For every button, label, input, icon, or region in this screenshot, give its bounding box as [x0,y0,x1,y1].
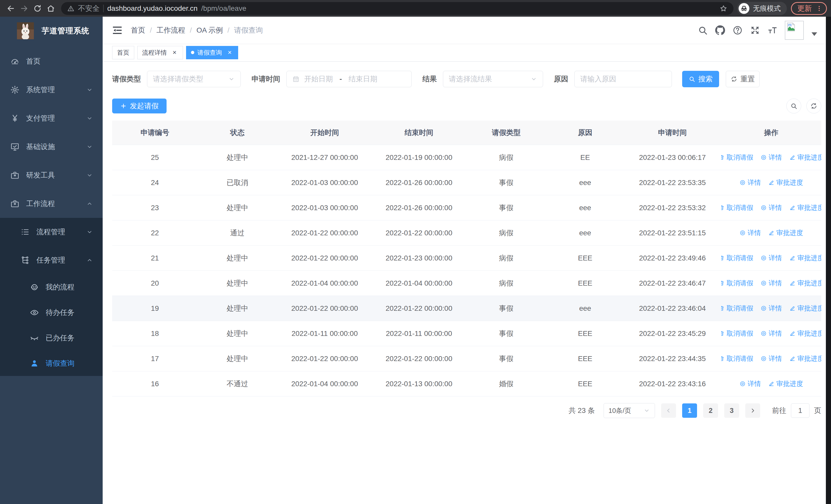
refresh-table-button[interactable] [806,98,821,113]
font-size-icon[interactable] [767,25,778,35]
cell-start-time: 2022-01-22 00:00:00 [277,355,372,363]
action-progress-link[interactable]: 审批进度 [768,379,803,388]
sidebar-item-payment[interactable]: 支付管理 [0,104,103,132]
action-label: 审批进度 [797,279,821,288]
action-cancel-link[interactable]: 取消请假 [721,304,753,313]
sidebar-item-workflow[interactable]: 工作流程 [0,189,103,218]
action-detail-link[interactable]: 详情 [761,153,782,162]
action-cancel-link[interactable]: 取消请假 [721,254,753,263]
prev-page-button[interactable] [661,404,676,418]
url-path: /bpm/oa/leave [201,4,247,12]
action-label: 详情 [748,379,761,388]
next-page-button[interactable] [745,404,760,418]
action-cancel-link[interactable]: 取消请假 [721,354,753,363]
action-progress-link[interactable]: 审批进度 [768,228,803,237]
sidebar-fold-icon[interactable] [112,25,123,36]
tab-close-icon[interactable]: × [226,49,233,56]
page-button-1[interactable]: 1 [682,404,697,418]
action-progress-link[interactable]: 审批进度 [789,279,821,288]
create-leave-button[interactable]: 发起请假 [112,98,167,113]
breadcrumb-item[interactable]: 首页 [131,25,145,35]
action-progress-link[interactable]: 审批进度 [789,203,821,212]
breadcrumb-item[interactable]: 工作流程 [156,25,185,35]
reason-input[interactable]: 请输入原因 [574,71,672,87]
cell-actions: 详情审批进度 [721,379,821,388]
sidebar-item-my-process[interactable]: 我的流程 [0,274,103,300]
cell-status: 处理中 [198,329,277,338]
apply-time-range-picker[interactable]: 开始日期 - 结束日期 [286,71,412,87]
header-search-icon[interactable] [697,25,708,35]
action-cancel-link[interactable]: 取消请假 [721,279,753,288]
sidebar-item-task-mgmt[interactable]: 任务管理 [0,246,103,274]
page-button-3[interactable]: 3 [724,404,739,418]
action-cancel-link[interactable]: 取消请假 [721,153,753,162]
tab-close-icon[interactable]: × [171,49,178,56]
sidebar-item-leave-query[interactable]: 请假查询 [0,351,103,376]
browser-update-button[interactable]: 更新 [791,2,827,15]
help-question-icon[interactable] [733,25,743,35]
sidebar-item-todo-task[interactable]: 待办任务 [0,300,103,325]
sidebar-item-system[interactable]: 系统管理 [0,76,103,104]
browser-forward-button[interactable] [18,2,31,15]
action-progress-link[interactable]: 审批进度 [789,329,821,338]
action-detail-link[interactable]: 详情 [761,254,782,263]
toggle-search-button[interactable] [786,98,801,113]
action-detail-link[interactable]: 详情 [761,354,782,363]
sidebar-item-infra[interactable]: 基础设施 [0,132,103,161]
cell-end-time: 2022-01-22 00:00:00 [372,229,466,237]
action-progress-link[interactable]: 审批进度 [789,254,821,263]
view-icon [739,179,746,186]
action-detail-link[interactable]: 详情 [739,379,761,388]
action-detail-link[interactable]: 详情 [761,304,782,313]
sidebar-item-done-task[interactable]: 已办任务 [0,325,103,351]
app-logo[interactable]: 芋道管理系统 [0,17,103,45]
address-bar[interactable]: 不安全 dashboard.yudao.iocoder.cn/bpm/oa/le… [61,2,734,15]
fullscreen-icon[interactable] [750,25,760,35]
page-button-2[interactable]: 2 [703,404,718,418]
cell-start-time: 2022-01-04 00:00:00 [277,279,372,288]
action-detail-link[interactable]: 详情 [761,279,782,288]
action-cancel-link[interactable]: 取消请假 [721,203,753,212]
bookmark-star-icon[interactable] [720,5,727,12]
action-label: 审批进度 [797,329,821,338]
browser-menu-icon[interactable] [816,5,823,12]
action-progress-link[interactable]: 审批进度 [789,354,821,363]
browser-back-button[interactable] [4,2,18,15]
action-detail-link[interactable]: 详情 [761,203,782,212]
cell-end-time: 2022-01-22 00:00:00 [372,304,466,313]
github-icon[interactable] [715,25,725,35]
action-progress-link[interactable]: 审批进度 [768,178,803,187]
action-progress-link[interactable]: 审批进度 [789,153,821,162]
sidebar-item-process-mgmt[interactable]: 流程管理 [0,218,103,246]
cell-apply-time: 2022-01-22 23:49:46 [624,254,721,262]
result-select[interactable]: 请选择流结果 [443,71,543,87]
browser-home-button[interactable] [44,2,57,15]
avatar[interactable] [785,21,804,40]
avatar-dropdown-caret-icon[interactable] [811,32,817,36]
date-start-placeholder: 开始日期 [304,74,333,84]
back-arrow-icon [7,4,15,12]
reset-button[interactable]: 重置 [726,71,760,87]
tab-流程详情[interactable]: 流程详情× [137,46,183,59]
page-size-select[interactable]: 10条/页 [604,403,655,418]
action-detail-link[interactable]: 详情 [739,178,761,187]
tab-请假查询[interactable]: 请假查询× [186,46,238,59]
action-cancel-link[interactable]: 取消请假 [721,329,753,338]
cell-leave-type: 病假 [466,253,547,263]
sidebar-item-home[interactable]: 首页 [0,47,103,76]
action-detail-link[interactable]: 详情 [739,228,761,237]
browser-reload-button[interactable] [31,2,44,15]
cell-start-time: 2022-01-03 00:00:00 [277,204,372,212]
goto-page-input[interactable] [791,404,809,418]
tab-首页[interactable]: 首页 [112,46,134,59]
action-label: 详情 [769,254,782,263]
sidebar-item-devtools[interactable]: 研发工具 [0,161,103,189]
search-button[interactable]: 搜索 [682,71,719,87]
leave-type-select[interactable]: 请选择请假类型 [147,71,241,87]
cell-actions: 取消请假详情审批进度 [721,354,821,363]
sidebar-item-label: 已办任务 [46,333,75,343]
action-progress-link[interactable]: 审批进度 [789,304,821,313]
breadcrumb-item[interactable]: OA 示例 [197,25,223,35]
cell-id: 16 [112,380,198,388]
action-detail-link[interactable]: 详情 [761,329,782,338]
